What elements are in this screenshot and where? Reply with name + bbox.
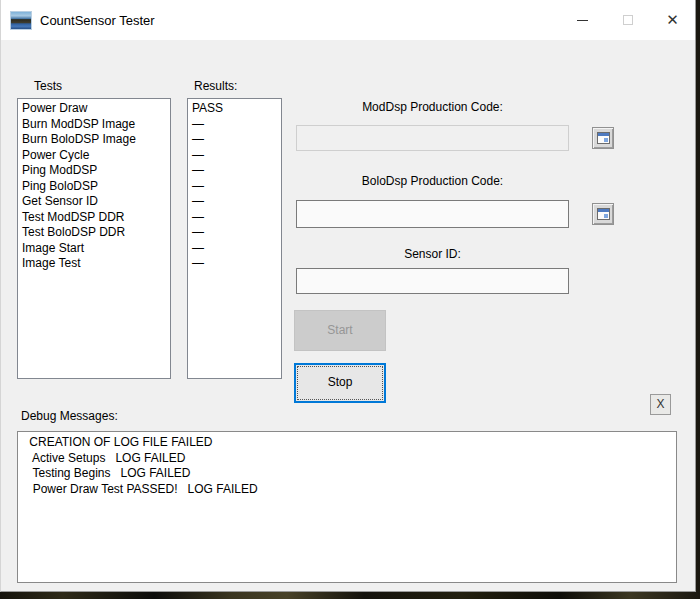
tests-listbox[interactable]: Power DrawBurn ModDSP ImageBurn BoloDSP … [17, 98, 171, 379]
test-list-item[interactable]: Power Draw [22, 101, 170, 117]
maximize-icon [623, 15, 633, 25]
close-button[interactable]: ✕ [650, 0, 695, 40]
result-list-item: — [192, 194, 281, 210]
test-list-item[interactable]: Ping BoloDSP [22, 179, 170, 195]
debug-messages-label: Debug Messages: [21, 409, 118, 423]
test-list-item[interactable]: Image Test [22, 256, 170, 272]
caption-buttons: ✕ [560, 0, 695, 40]
minimize-icon [577, 20, 588, 21]
test-list-item[interactable]: Image Start [22, 241, 170, 257]
debug-line: CREATION OF LOG FILE FAILED [26, 435, 676, 451]
debug-line: Active Setups LOG FAILED [26, 451, 676, 467]
clear-x-button[interactable]: X [650, 394, 671, 415]
result-list-item: — [192, 241, 281, 257]
result-list-item: — [192, 132, 281, 148]
debug-line: Power Draw Test PASSED! LOG FAILED [26, 482, 676, 498]
test-list-item[interactable]: Get Sensor ID [22, 194, 170, 210]
sensor-id-label: Sensor ID: [296, 247, 569, 261]
test-list-item[interactable]: Power Cycle [22, 148, 170, 164]
app-icon [11, 12, 31, 29]
result-list-item: — [192, 225, 281, 241]
titlebar: CountSensor Tester ✕ [1, 0, 695, 40]
result-list-item: — [192, 179, 281, 195]
debug-messages-box[interactable]: CREATION OF LOG FILE FAILED Active Setup… [17, 431, 677, 583]
test-list-item[interactable]: Test ModDSP DDR [22, 210, 170, 226]
bolodsp-label: BoloDsp Production Code: [296, 174, 569, 188]
bolodsp-input[interactable] [296, 200, 569, 228]
result-list-item: — [192, 117, 281, 133]
close-icon: ✕ [666, 11, 679, 29]
results-label: Results: [194, 79, 237, 93]
bolodsp-browse-button[interactable] [592, 203, 614, 225]
result-list-item: — [192, 148, 281, 164]
test-list-item[interactable]: Test BoloDSP DDR [22, 225, 170, 241]
test-list-item[interactable]: Ping ModDSP [22, 163, 170, 179]
result-list-item: — [192, 163, 281, 179]
sensor-id-input[interactable] [296, 268, 569, 294]
test-list-item[interactable]: Burn ModDSP Image [22, 117, 170, 133]
debug-line: Testing Begins LOG FAILED [26, 466, 676, 482]
results-listbox: PASS—————————— [187, 98, 282, 379]
result-list-item: — [192, 210, 281, 226]
app-window: CountSensor Tester ✕ Tests Results: Powe… [0, 0, 696, 592]
dialog-window-icon [597, 208, 610, 220]
moddsp-input[interactable] [296, 125, 569, 151]
moddsp-label: ModDsp Production Code: [296, 100, 569, 114]
tests-label: Tests [34, 79, 62, 93]
result-list-item: PASS [192, 101, 281, 117]
start-button: Start [294, 310, 386, 351]
test-list-item[interactable]: Burn BoloDSP Image [22, 132, 170, 148]
window-title: CountSensor Tester [40, 13, 155, 28]
result-list-item: — [192, 256, 281, 272]
minimize-button[interactable] [560, 0, 605, 40]
maximize-button [605, 0, 650, 40]
moddsp-browse-button[interactable] [592, 127, 614, 149]
stop-button[interactable]: Stop [294, 363, 386, 403]
dialog-window-icon [597, 132, 610, 144]
